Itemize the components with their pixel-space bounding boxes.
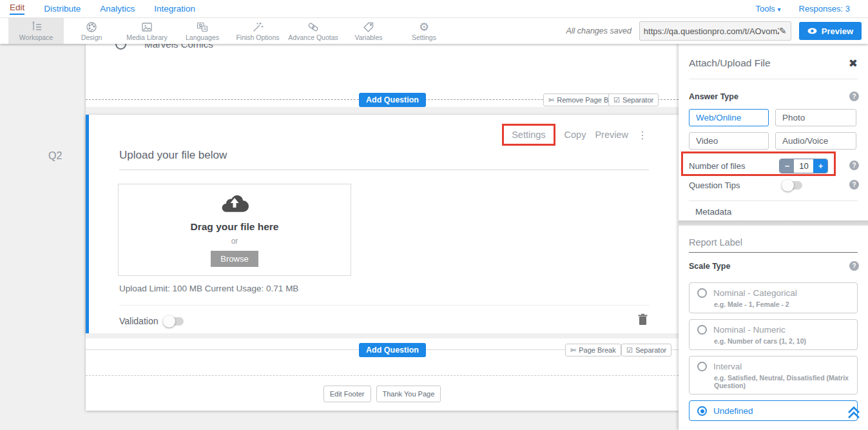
question-preview-button[interactable]: Preview — [595, 130, 628, 140]
scale-option-undefined[interactable]: Undefined — [689, 400, 858, 421]
gear-icon: ⚙ — [419, 21, 429, 33]
help-icon[interactable]: ? — [849, 161, 859, 170]
number-of-files-stepper: − 10 + — [779, 159, 828, 173]
survey-editor-app: Edit Distribute Analytics Integration To… — [0, 0, 868, 430]
minus-button[interactable]: − — [780, 159, 794, 173]
toolbar-item-label: Variables — [355, 34, 383, 41]
nav-tab-integration[interactable]: Integration — [154, 4, 195, 14]
preview-button[interactable]: Preview — [799, 22, 862, 40]
toolbar-item-label: Design — [81, 34, 102, 41]
help-icon[interactable]: ? — [849, 92, 859, 101]
plus-button[interactable]: + — [813, 159, 827, 173]
edit-footer-button[interactable]: Edit Footer — [323, 386, 371, 402]
scale-option-example: e.g. Satisfied, Neutral, Dissatisfied (M… — [714, 374, 851, 389]
more-options-icon[interactable]: ⋮ — [637, 129, 648, 141]
question-block[interactable]: Settings Copy Preview ⋮ Upload your file… — [86, 115, 679, 333]
toolbar-item-finish-options[interactable]: Finish Options — [230, 18, 285, 44]
number-of-files-label: Number of files — [689, 161, 745, 171]
help-icon[interactable]: ? — [849, 261, 859, 271]
survey-url-box[interactable]: ✎ — [639, 21, 791, 41]
validation-toggle[interactable] — [164, 317, 184, 326]
translate-icon: A — [196, 21, 209, 33]
drag-file-text: Drag your file here — [191, 221, 279, 233]
answer-type-audio-voice[interactable]: Audio/Voice — [775, 132, 856, 150]
scale-option-nominal-categorical[interactable]: Nominal - Categorical e.g. Male - 1, Fem… — [689, 282, 858, 313]
toolbar-item-advance-quotas[interactable]: Advance Quotas — [285, 18, 341, 44]
toolbar-item-variables[interactable]: Variables — [341, 18, 396, 44]
question-id-label: Q2 — [48, 150, 62, 162]
wand-icon — [251, 21, 264, 33]
toolbar-item-settings[interactable]: ⚙ Settings — [396, 18, 452, 44]
top-nav: Edit Distribute Analytics Integration To… — [0, 0, 868, 18]
radio-icon[interactable] — [697, 362, 707, 371]
browse-button[interactable]: Browse — [211, 251, 258, 267]
report-label-input[interactable]: Report Label — [689, 237, 858, 253]
nav-tab-analytics[interactable]: Analytics — [100, 4, 135, 14]
page-break-icon: ✄ — [570, 346, 576, 355]
answer-type-video[interactable]: Video — [689, 132, 769, 150]
question-settings-button[interactable]: Settings — [502, 124, 555, 146]
page-break-icon: ✄ — [548, 96, 554, 104]
toolbar-item-design[interactable]: Design — [64, 18, 119, 44]
question-copy-button[interactable]: Copy — [564, 130, 586, 140]
radio-selected-icon[interactable] — [697, 406, 707, 416]
toolbar-item-label: Settings — [412, 34, 436, 41]
answer-type-grid: Web/Online Photo Video Audio/Voice — [689, 109, 858, 150]
nav-tab-distribute[interactable]: Distribute — [44, 4, 81, 14]
add-question-button-top[interactable]: Add Question — [359, 93, 426, 107]
section-gap — [86, 107, 679, 115]
eye-icon — [807, 26, 817, 36]
toolbar-item-label: Advance Quotas — [288, 34, 338, 41]
help-icon[interactable]: ? — [849, 180, 859, 190]
number-of-files-value[interactable]: 10 — [794, 159, 813, 173]
toolbar-item-media-library[interactable]: Media Library — [119, 18, 175, 44]
toolbar-item-label: Languages — [186, 34, 219, 41]
file-dropzone[interactable]: Drag your file here or Browse — [118, 184, 351, 276]
section-gap — [86, 333, 679, 338]
radio-icon[interactable] — [697, 288, 707, 298]
tools-menu[interactable]: Tools ▾ — [755, 4, 780, 14]
page-break-button[interactable]: ✄ Page Break — [565, 344, 621, 357]
radio-icon[interactable] — [697, 325, 707, 335]
separator-toggle-bottom[interactable]: ☑ Separator — [621, 344, 671, 357]
panel-divider — [689, 79, 858, 79]
close-icon[interactable]: ✖ — [849, 57, 858, 70]
answer-type-photo[interactable]: Photo — [775, 109, 856, 126]
validation-row: Validation — [119, 316, 184, 326]
delete-question-icon[interactable] — [638, 313, 648, 328]
scale-type-options: Nominal - Categorical e.g. Male - 1, Fem… — [689, 282, 858, 427]
thank-you-page-button[interactable]: Thank You Page — [376, 386, 441, 402]
question-title[interactable]: Upload your file below — [119, 149, 649, 170]
survey-canvas: Marvels Comics Add Question ✄ Remove Pag… — [86, 44, 679, 411]
answer-type-label: Answer Type — [689, 92, 738, 101]
question-tips-toggle[interactable] — [783, 181, 802, 190]
answer-type-web-online[interactable]: Web/Online — [689, 109, 769, 126]
responses-count[interactable]: Responses: 3 — [799, 4, 851, 14]
tag-icon — [362, 21, 375, 33]
palette-icon — [85, 21, 98, 33]
footer-dashed-line — [86, 375, 679, 376]
separator-toggle-top[interactable]: ☑ Separator — [608, 93, 659, 106]
editor-toolbar: Workspace Design Media Library A Languag… — [0, 18, 868, 44]
toolbar-item-workspace[interactable]: Workspace — [8, 18, 64, 44]
question-tips-row: Question Tips — [689, 181, 858, 190]
nav-tab-edit[interactable]: Edit — [10, 3, 24, 15]
survey-url-input[interactable] — [644, 26, 779, 36]
previous-question-section: Marvels Comics Add Question ✄ Remove Pag… — [86, 44, 679, 107]
page-break-row-top: Add Question ✄ Remove Page Break ☑ Separ… — [86, 93, 679, 107]
collapse-double-chevron-icon[interactable] — [846, 405, 862, 423]
question-settings-panel: Attach/Upload File ✖ Answer Type ? Web/O… — [679, 44, 868, 430]
checkbox-checked-icon: ☑ — [613, 96, 620, 104]
page-break-row-bottom: Add Question ✄ Page Break ☑ Separator — [86, 343, 679, 357]
toolbar-item-languages[interactable]: A Languages — [175, 18, 230, 44]
scale-option-nominal-numeric[interactable]: Nominal - Numeric e.g. Number of cars (1… — [689, 319, 858, 350]
footer-buttons: Edit Footer Thank You Page — [86, 386, 679, 402]
image-icon — [140, 21, 153, 33]
chevron-down-icon: ▾ — [777, 6, 780, 13]
edit-url-icon[interactable]: ✎ — [779, 26, 787, 36]
scale-option-interval[interactable]: Interval e.g. Satisfied, Neutral, Dissat… — [689, 356, 858, 395]
question-actions: Settings Copy Preview ⋮ — [502, 124, 648, 146]
or-text: or — [231, 237, 238, 246]
add-question-button-bottom[interactable]: Add Question — [359, 343, 426, 357]
scale-option-example: e.g. Male - 1, Female - 2 — [714, 300, 851, 308]
